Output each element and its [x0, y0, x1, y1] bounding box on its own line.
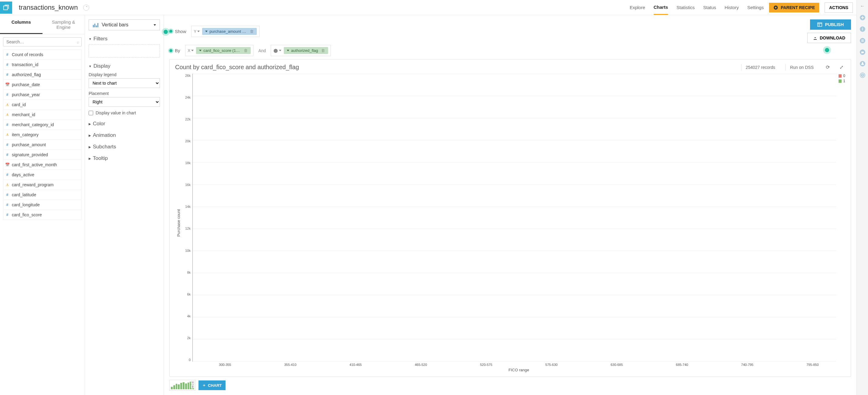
download-button[interactable]: DOWNLOAD: [807, 33, 851, 43]
chart-title: Count by card_fico_score and authorized_…: [175, 64, 299, 71]
column-item[interactable]: Amerchant_id: [3, 109, 82, 120]
num-type-icon: #: [5, 153, 9, 157]
svg-rect-5: [97, 23, 98, 27]
legend-label: Display legend: [89, 72, 160, 77]
column-item[interactable]: #days_active: [3, 170, 82, 180]
column-item[interactable]: 📅purchase_date: [3, 79, 82, 90]
flask-circle-icon[interactable]: [859, 60, 866, 67]
add-chart-button[interactable]: ＋CHART: [198, 381, 225, 390]
fullscreen-icon[interactable]: ⤢: [838, 64, 845, 70]
section-subcharts[interactable]: ▶Subcharts: [89, 144, 160, 150]
str-type-icon: A: [5, 112, 9, 117]
column-item[interactable]: #card_fico_score: [3, 210, 82, 220]
actions-button[interactable]: ACTIONS: [825, 2, 853, 13]
nav-settings[interactable]: Settings: [747, 1, 764, 14]
refresh-icon[interactable]: ⟳: [824, 64, 832, 70]
y-axis-title: Purchase count: [175, 74, 182, 372]
section-animation[interactable]: ▶Animation: [89, 132, 160, 138]
column-item[interactable]: #card_longitude: [3, 200, 82, 210]
svg-rect-6: [817, 23, 822, 26]
copy-icon[interactable]: ⧉: [191, 381, 194, 384]
tab-columns[interactable]: Columns: [0, 15, 42, 34]
filters-dropzone[interactable]: [89, 44, 160, 58]
droplet-icon: ⬤: [274, 48, 281, 53]
column-name: card_id: [12, 102, 26, 107]
download-icon: [813, 36, 817, 40]
num-type-icon: #: [5, 213, 9, 217]
list-circle-icon[interactable]: [859, 37, 866, 44]
column-item[interactable]: #merchant_category_id: [3, 120, 82, 130]
legend-select[interactable]: Next to chart: [89, 78, 160, 88]
refresh-icon[interactable]: [83, 5, 89, 11]
section-display[interactable]: ▼Display: [89, 63, 160, 69]
chat-circle-icon[interactable]: [859, 48, 866, 56]
back-arrow-icon[interactable]: ←: [859, 2, 866, 10]
parent-recipe-button[interactable]: PARENT RECIPE: [769, 3, 819, 12]
column-name: signature_provided: [12, 152, 48, 157]
section-filters[interactable]: ▼Filters: [89, 36, 160, 42]
placement-select[interactable]: Right: [89, 97, 160, 107]
legend-item[interactable]: 0: [839, 74, 845, 78]
column-item[interactable]: #card_latitude: [3, 190, 82, 200]
display-value-checkbox[interactable]: [89, 111, 93, 115]
chart-plot[interactable]: [192, 74, 836, 362]
trash-icon[interactable]: 🗑: [191, 385, 194, 388]
x-pill[interactable]: card_fico_score (10 bins)🗑: [196, 47, 251, 54]
nav-explore[interactable]: Explore: [630, 1, 645, 14]
columns-search-input[interactable]: [3, 37, 82, 46]
color-dropzone[interactable]: ⬤ authorized_flag🗑: [271, 45, 331, 56]
chart-type-dropdown[interactable]: Vertical bars: [89, 20, 160, 30]
column-item[interactable]: Aitem_category: [3, 130, 82, 140]
hint-pulse[interactable]: [169, 30, 173, 33]
nav-statistics[interactable]: Statistics: [677, 1, 695, 14]
column-name: purchase_date: [12, 82, 40, 87]
column-item[interactable]: Acard_reward_program: [3, 179, 82, 190]
column-item[interactable]: #transaction_id: [3, 60, 82, 70]
tab-sampling[interactable]: Sampling & Engine: [42, 15, 85, 34]
num-type-icon: #: [5, 123, 9, 127]
nav-charts[interactable]: Charts: [654, 0, 668, 15]
column-item[interactable]: #Count of records: [3, 50, 82, 60]
legend-item[interactable]: 1: [839, 79, 845, 83]
column-item[interactable]: Acard_id: [3, 100, 82, 110]
right-rail: ← i: [857, 0, 868, 395]
column-item[interactable]: #authorized_flag: [3, 69, 82, 80]
hint-pulse[interactable]: [825, 48, 829, 52]
topbar: transactions_known ExploreChartsStatisti…: [0, 0, 857, 15]
column-item[interactable]: #signature_provided: [3, 150, 82, 160]
column-item[interactable]: #purchase_amount: [3, 139, 82, 150]
trash-icon[interactable]: 🗑: [244, 48, 248, 53]
by-label: By: [169, 48, 180, 53]
hint-pulse[interactable]: [169, 49, 173, 52]
date-type-icon: 📅: [5, 83, 9, 87]
y-axis-label: Y: [194, 29, 200, 34]
num-type-icon: #: [5, 142, 9, 147]
trash-icon[interactable]: 🗑: [321, 48, 325, 53]
color-pill[interactable]: authorized_flag🗑: [284, 47, 328, 54]
run-on-label[interactable]: Run on DSS: [785, 64, 818, 71]
nav-status[interactable]: Status: [703, 1, 716, 14]
column-name: merchant_category_id: [12, 122, 54, 127]
clock-circle-icon[interactable]: [859, 72, 866, 79]
x-axis-dropzone[interactable]: X card_fico_score (10 bins)🗑: [185, 45, 254, 56]
x-axis-title: FICO range: [182, 368, 845, 372]
trash-icon[interactable]: 🗑: [250, 29, 254, 34]
str-type-icon: A: [5, 183, 9, 187]
column-item[interactable]: #purchase_year: [3, 90, 82, 100]
column-item[interactable]: 📅card_first_active_month: [3, 160, 82, 170]
dataset-title: transactions_known: [19, 4, 78, 11]
publish-button[interactable]: PUBLISH: [810, 20, 851, 30]
section-tooltip[interactable]: ▶Tooltip: [89, 155, 160, 161]
nav-history[interactable]: History: [725, 1, 739, 14]
dataset-icon[interactable]: [0, 2, 12, 14]
info-circle-icon[interactable]: i: [859, 26, 866, 33]
plus-circle-icon[interactable]: [859, 14, 866, 21]
chart-thumbnail[interactable]: ⧉🗑: [169, 380, 195, 391]
y-pill[interactable]: purchase_amount (CO…🗑: [202, 28, 257, 35]
section-color[interactable]: ▶Color: [89, 121, 160, 127]
column-name: transaction_id: [12, 62, 38, 67]
y-axis-dropzone[interactable]: Y purchase_amount (CO…🗑: [191, 26, 260, 37]
columns-panel: Columns Sampling & Engine ⌕ #Count of re…: [0, 15, 85, 395]
column-name: merchant_id: [12, 112, 35, 117]
date-type-icon: 📅: [5, 163, 9, 167]
